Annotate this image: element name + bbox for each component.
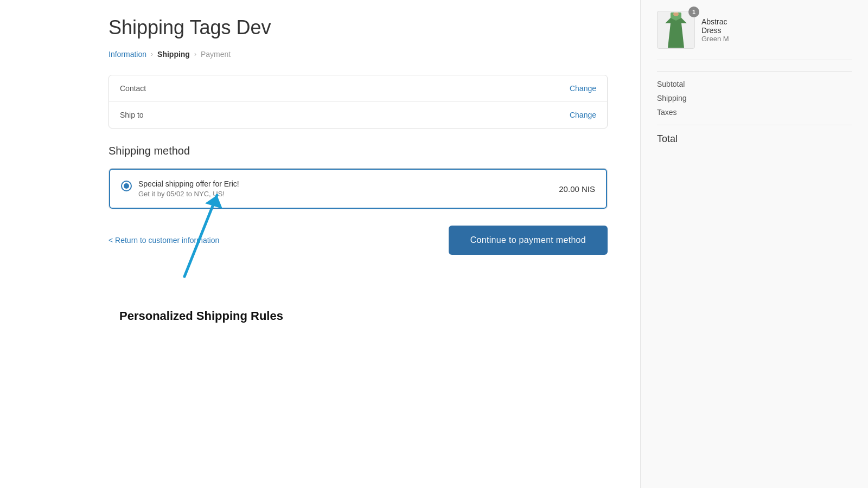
continue-button[interactable]: Continue to payment method <box>449 226 608 255</box>
breadcrumb-shipping: Shipping <box>157 50 190 59</box>
annotation-area: Personalized Shipping Rules <box>108 271 608 323</box>
breadcrumb-payment: Payment <box>201 50 231 59</box>
product-badge: 1 <box>688 7 699 17</box>
shipping-price: 20.00 NIS <box>559 184 595 194</box>
return-link[interactable]: < Return to customer information <box>108 236 219 245</box>
contact-label: Contact <box>120 84 146 93</box>
radio-circle <box>121 181 132 191</box>
shipping-option-text: Special shipping offer for Eric! Get it … <box>138 179 239 198</box>
product-image-wrapper: 1 › <box>657 11 695 49</box>
contact-change-link[interactable]: Change <box>570 84 596 93</box>
subtotal-row: Subtotal <box>657 80 852 88</box>
sidebar-product: 1 › AbstracDress Green M <box>657 11 852 60</box>
shipping-row: Shipping <box>657 94 852 102</box>
actions-row: < Return to customer information Continu… <box>108 226 608 255</box>
sidebar: 1 › AbstracDress Green M Subtotal Shippi… <box>640 0 868 488</box>
ship-to-change-link[interactable]: Change <box>570 111 596 119</box>
annotation-label: Personalized Shipping Rules <box>119 309 608 323</box>
shipping-label: Shipping <box>657 94 687 102</box>
shipping-option-sub: Get it by 05/02 to NYC, US! <box>138 190 239 198</box>
total-label: Total <box>657 133 678 145</box>
product-image <box>657 11 695 49</box>
radio-inner <box>124 183 129 189</box>
page-title: Shipping Tags Dev <box>108 16 608 39</box>
taxes-label: Taxes <box>657 108 677 117</box>
shipping-method-title: Shipping method <box>108 145 608 157</box>
info-box: Contact Change Ship to Change <box>108 75 608 129</box>
product-thumbnail <box>662 12 690 48</box>
subtotal-label: Subtotal <box>657 80 685 88</box>
shipping-option-name: Special shipping offer for Eric! <box>138 179 239 188</box>
product-variant: Green M <box>701 35 729 43</box>
taxes-row: Taxes <box>657 108 852 117</box>
shipping-option-selected[interactable]: Special shipping offer for Eric! Get it … <box>109 169 607 209</box>
product-name: AbstracDress <box>701 17 729 35</box>
ship-to-label: Ship to <box>120 111 144 119</box>
radio-button[interactable] <box>121 181 132 191</box>
product-info: AbstracDress Green M <box>701 17 729 43</box>
breadcrumb-sep-2: › <box>194 50 196 58</box>
breadcrumb-information[interactable]: Information <box>108 50 146 59</box>
breadcrumb-sep-1: › <box>151 50 153 58</box>
ship-to-row: Ship to Change <box>109 102 607 128</box>
sidebar-divider-2 <box>657 125 852 125</box>
contact-row: Contact Change <box>109 75 607 102</box>
total-row: Total <box>657 133 852 145</box>
chevron-right-icon: › <box>709 25 711 35</box>
breadcrumb: Information › Shipping › Payment <box>108 50 608 59</box>
shipping-options-box: Special shipping offer for Eric! Get it … <box>108 168 608 209</box>
sidebar-divider-1 <box>657 71 852 72</box>
